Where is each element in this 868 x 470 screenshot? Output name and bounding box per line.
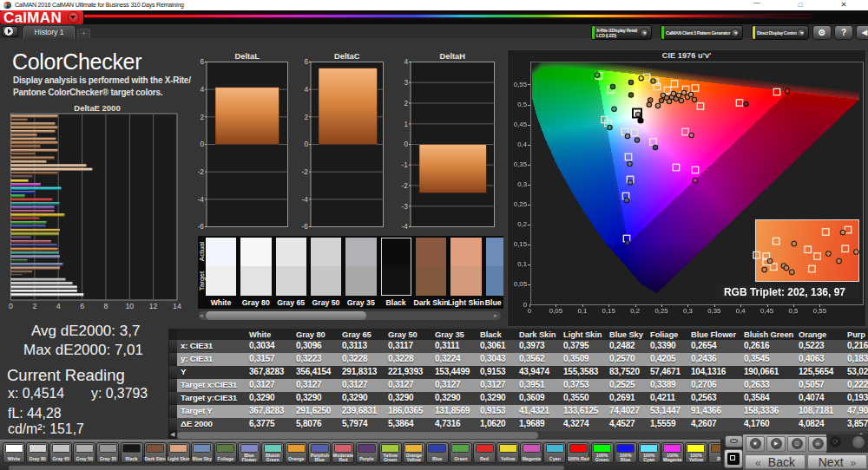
svg-text:-2: -2 <box>198 167 204 176</box>
svg-text:-2: -2 <box>302 167 309 176</box>
svg-text:-3: -3 <box>402 202 409 211</box>
svg-text:0: 0 <box>404 140 408 148</box>
svg-text:2: 2 <box>304 113 308 121</box>
svg-text:2: 2 <box>200 113 204 121</box>
svg-text:14: 14 <box>173 302 181 310</box>
svg-text:4: 4 <box>404 57 408 66</box>
svg-text:-4: -4 <box>198 195 204 204</box>
svg-text:0: 0 <box>200 140 204 148</box>
svg-text:6: 6 <box>304 57 308 66</box>
svg-text:-6: -6 <box>198 222 204 231</box>
svg-text:12: 12 <box>149 302 158 310</box>
svg-text:8: 8 <box>103 302 108 310</box>
svg-text:-1: -1 <box>402 160 409 169</box>
svg-text:DeltaL: DeltaL <box>235 52 260 61</box>
svg-text:DeltaC: DeltaC <box>334 52 360 61</box>
svg-text:6: 6 <box>80 302 84 310</box>
svg-text:4: 4 <box>304 85 308 94</box>
svg-text:-4: -4 <box>402 222 409 231</box>
svg-text:4: 4 <box>56 302 61 310</box>
svg-text:-6: -6 <box>302 222 309 231</box>
svg-text:1: 1 <box>404 120 408 128</box>
svg-text:DeltaE 2000: DeltaE 2000 <box>74 103 120 113</box>
svg-text:2: 2 <box>32 302 36 310</box>
svg-text:DeltaH: DeltaH <box>440 52 466 61</box>
svg-text:10: 10 <box>125 302 134 310</box>
svg-text:0: 0 <box>304 140 308 148</box>
svg-text:-4: -4 <box>302 195 309 204</box>
svg-text:-2: -2 <box>402 181 409 190</box>
svg-text:3: 3 <box>404 78 408 87</box>
svg-text:4: 4 <box>200 85 204 94</box>
svg-text:2: 2 <box>404 99 408 108</box>
svg-text:6: 6 <box>200 57 204 66</box>
svg-text:0: 0 <box>9 302 13 310</box>
